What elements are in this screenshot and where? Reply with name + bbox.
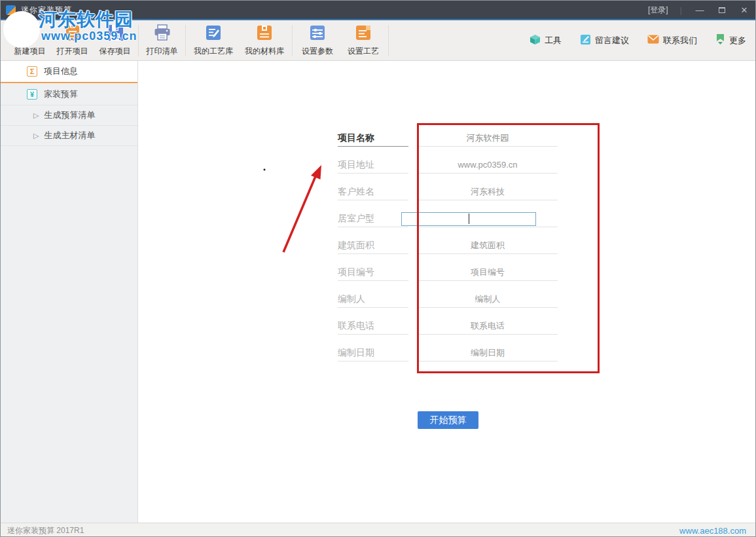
set-parameters-button[interactable]: 设置参数: [295, 20, 340, 60]
form-row-customer-name: 客户姓名 河东科技: [338, 183, 558, 204]
field-label: 项目名称: [338, 129, 408, 147]
my-material-library-button[interactable]: 我的材料库: [239, 20, 290, 60]
minimize-button[interactable]: —: [689, 1, 711, 19]
field-label: 编制人: [338, 290, 408, 308]
open-project-icon: [64, 24, 81, 44]
compile-date-field[interactable]: 编制日期: [418, 344, 558, 361]
tools-label: 工具: [545, 35, 562, 46]
customer-name-field[interactable]: 河东科技: [418, 183, 558, 200]
field-label: 建筑面积: [338, 236, 408, 254]
titlebar-separator: |: [680, 5, 682, 15]
form-row-project-name: 项目名称 河东软件园: [338, 129, 558, 150]
sidebar-item-budget[interactable]: ¥ 家装预算: [1, 83, 137, 105]
sidebar-item-project-info[interactable]: Σ 项目信息: [1, 61, 137, 83]
expand-triangle-icon: ▷: [33, 132, 39, 140]
compiler-field[interactable]: 编制人: [418, 290, 558, 308]
app-logo-icon: [6, 5, 16, 15]
open-project-button[interactable]: 打开项目: [51, 20, 94, 60]
print-list-icon: [154, 24, 171, 44]
contact-us-button[interactable]: 联系我们: [647, 35, 697, 46]
text-caret: [469, 213, 469, 224]
toolbar-right: 工具 留言建议 联系我们 更多: [530, 20, 746, 61]
project-address-field[interactable]: www.pc0359.cn: [418, 156, 558, 174]
save-project-button[interactable]: 保存项目: [94, 20, 136, 60]
field-label: 居室户型: [338, 210, 408, 227]
form-row-building-area: 建筑面积 建筑面积: [338, 236, 558, 257]
set-parameters-icon: [309, 24, 326, 44]
form-row-compile-date: 编制日期 编制日期: [338, 344, 558, 365]
sidebar-item-label: 项目信息: [44, 65, 78, 77]
form-row-project-address: 项目地址 www.pc0359.cn: [338, 156, 558, 177]
open-project-label: 打开项目: [57, 46, 88, 57]
titlebar: 迷你家装预算 [登录] | — ✕: [1, 1, 755, 19]
feedback-label: 留言建议: [595, 35, 629, 46]
new-project-icon: [22, 24, 39, 44]
building-area-field[interactable]: 建筑面积: [418, 236, 558, 254]
more-icon: [715, 33, 725, 48]
more-label: 更多: [729, 35, 746, 46]
expand-triangle-icon: ▷: [33, 111, 39, 120]
close-button[interactable]: ✕: [733, 1, 755, 19]
sidebar-item-label: 生成主材清单: [44, 130, 95, 141]
set-craft-icon: [355, 24, 372, 44]
set-parameters-label: 设置参数: [302, 46, 333, 57]
project-number-field[interactable]: 项目编号: [418, 263, 558, 281]
app-window: 迷你家装预算 [登录] | — ✕ 新建项目 打开项目 保存项目: [0, 0, 756, 537]
contact-us-icon: [647, 35, 659, 46]
version-text: 迷你家装预算 2017R1: [7, 525, 84, 536]
website-link[interactable]: www.aec188.com: [679, 526, 746, 536]
new-project-label: 新建项目: [14, 46, 46, 57]
my-material-library-icon: [256, 24, 273, 44]
sidebar-item-generate-material-list[interactable]: ▷ 生成主材清单: [1, 126, 137, 146]
save-project-icon: [107, 24, 124, 44]
tools-cube-icon: [530, 34, 541, 48]
form-row-compiler: 编制人 编制人: [338, 290, 558, 311]
form-row-room-type: 居室户型: [338, 210, 558, 231]
statusbar: 迷你家装预算 2017R1 www.aec188.com: [1, 523, 755, 537]
yen-icon: ¥: [27, 89, 37, 100]
sigma-icon: Σ: [27, 66, 37, 77]
sidebar: Σ 项目信息 ¥ 家装预算 ▷ 生成预算清单 ▷ 生成主材清单: [1, 61, 138, 523]
print-list-label: 打印清单: [147, 46, 178, 57]
feedback-icon: [580, 34, 591, 48]
my-craft-library-icon: [205, 24, 222, 44]
field-label: 项目编号: [338, 263, 408, 281]
set-craft-button[interactable]: 设置工艺: [340, 20, 386, 60]
sidebar-item-label: 生成预算清单: [44, 109, 95, 121]
window-title: 迷你家装预算: [21, 5, 72, 16]
form-row-contact-phone: 联系电话 联系电话: [338, 317, 558, 338]
my-material-library-label: 我的材料库: [245, 46, 284, 57]
sidebar-item-generate-budget-list[interactable]: ▷ 生成预算清单: [1, 105, 137, 126]
project-name-field[interactable]: 河东软件园: [418, 129, 558, 147]
contact-phone-field[interactable]: 联系电话: [418, 317, 558, 335]
toolbar-separator: [388, 25, 389, 56]
save-project-label: 保存项目: [99, 46, 131, 57]
field-label: 客户姓名: [338, 183, 408, 200]
field-label: 编制日期: [338, 344, 408, 361]
my-craft-library-label: 我的工艺库: [194, 46, 233, 57]
form-row-project-number: 项目编号 项目编号: [338, 263, 558, 284]
toolbar-separator: [292, 25, 293, 56]
maximize-icon: [719, 7, 725, 13]
maximize-button[interactable]: [711, 1, 733, 19]
sidebar-item-label: 家装预算: [44, 88, 78, 100]
toolbar-separator: [138, 25, 139, 56]
tools-button[interactable]: 工具: [530, 34, 562, 48]
toolbar-separator: [185, 25, 186, 56]
contact-us-label: 联系我们: [663, 35, 697, 46]
my-craft-library-button[interactable]: 我的工艺库: [188, 20, 239, 60]
feedback-button[interactable]: 留言建议: [580, 34, 629, 48]
print-list-button[interactable]: 打印清单: [141, 20, 183, 60]
field-label: 联系电话: [338, 317, 408, 335]
new-project-button[interactable]: 新建项目: [9, 20, 51, 60]
start-budget-button[interactable]: 开始预算: [418, 411, 478, 429]
set-craft-label: 设置工艺: [348, 46, 379, 57]
more-button[interactable]: 更多: [715, 33, 746, 48]
login-button[interactable]: [登录]: [648, 5, 668, 16]
field-label: 项目地址: [338, 156, 408, 174]
